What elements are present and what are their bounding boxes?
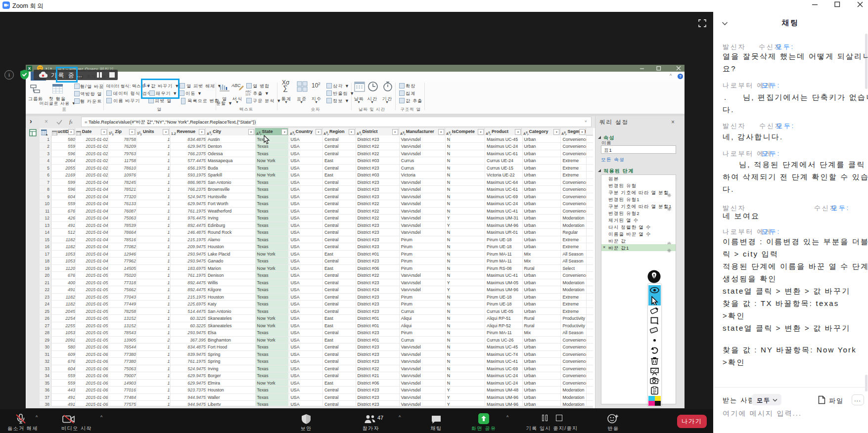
svg-text:C: C [450,134,452,136]
svg-text:A: A [290,132,292,135]
svg-text:ABC: ABC [231,83,241,88]
svg-text:C: C [490,134,492,136]
svg-text:C: C [361,134,363,136]
svg-text:C: C [327,134,329,136]
svg-text:A: A [357,132,359,135]
svg-text:C: C [294,134,296,136]
svg-text:A: A [323,132,326,135]
svg-text:A: A [256,132,259,135]
svg-text:A: A [400,132,403,135]
svg-text:C: C [211,134,213,136]
svg-text:1.2: 1.2 [171,132,176,135]
svg-text:A: A [486,132,488,135]
svg-text:A: A [446,132,449,135]
svg-text:C: C [404,134,406,136]
svg-text:A: A [561,132,564,135]
svg-text:C: C [527,134,529,136]
svg-text:A: A [207,132,209,135]
svg-text:3: 3 [112,133,114,135]
svg-text:3: 3 [140,133,141,135]
svg-text:A: A [523,132,526,135]
svg-text:C: C [260,134,262,136]
svg-text:C: C [565,134,567,136]
